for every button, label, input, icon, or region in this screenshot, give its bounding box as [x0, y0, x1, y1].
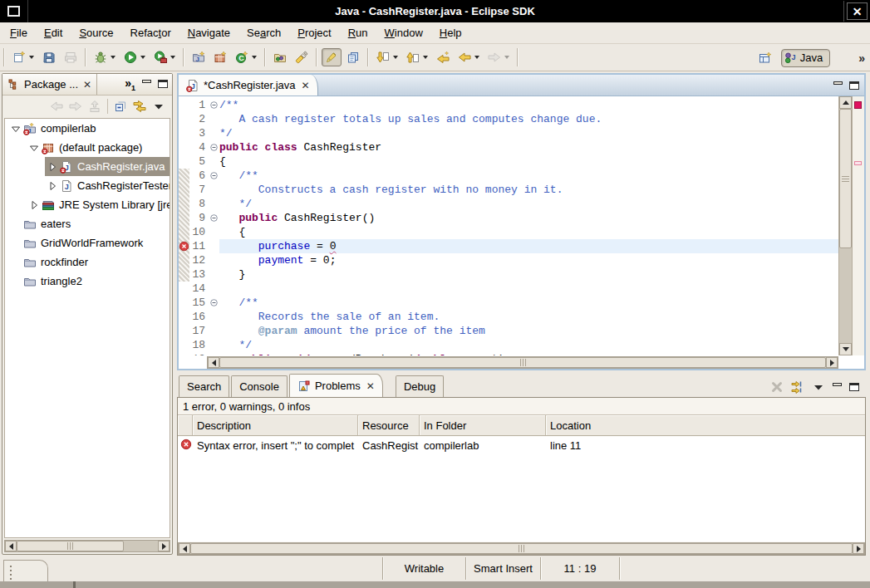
expander-closed-icon[interactable]	[45, 161, 60, 173]
back-button[interactable]	[455, 48, 483, 66]
collapse-all-button[interactable]	[114, 100, 127, 113]
tree-item-compilerlab[interactable]: Jcompilerlab	[5, 119, 170, 138]
code-text[interactable]: {	[219, 225, 838, 239]
minimize-editor-button[interactable]	[833, 81, 843, 85]
code-line-9[interactable]: 9 public CashRegister()	[179, 211, 838, 225]
dropdown-arrow-icon[interactable]	[252, 56, 257, 59]
editor-vscrollbar[interactable]	[838, 96, 853, 355]
menu-source[interactable]: Source	[71, 24, 121, 42]
fast-view-bar[interactable]	[3, 560, 48, 581]
menu-refactor[interactable]: Refactor	[122, 24, 179, 42]
code-text[interactable]	[219, 282, 838, 296]
code-text[interactable]: */	[219, 197, 838, 211]
maximize-view-button[interactable]	[158, 80, 168, 88]
dropdown-arrow-icon[interactable]	[29, 56, 34, 59]
new-class-button[interactable]: C	[232, 48, 260, 66]
code-text[interactable]: {	[219, 154, 838, 169]
fold-collapse-icon[interactable]	[208, 352, 219, 355]
code-text[interactable]: A cash register totals up sales and comp…	[219, 112, 838, 126]
print-button[interactable]	[61, 48, 81, 66]
open-type-button[interactable]	[270, 48, 290, 66]
code-line-2[interactable]: 2 A cash register totals up sales and co…	[179, 112, 838, 126]
maximize-editor-button[interactable]	[849, 81, 859, 90]
view-menu-button[interactable]	[152, 100, 165, 113]
java-perspective-button[interactable]: J Java	[781, 49, 830, 67]
code-line-14[interactable]: 14	[179, 282, 838, 296]
next-edit-location-button[interactable]	[403, 48, 431, 66]
code-text[interactable]: Constructs a cash register with no money…	[219, 183, 838, 197]
delete-button[interactable]	[770, 380, 784, 394]
tree-item-rockfinder[interactable]: rockfinder	[5, 252, 170, 272]
code-text[interactable]: purchase = 0	[219, 239, 838, 253]
problem-row[interactable]: Syntax error, insert ";" to completCashR…	[178, 437, 865, 454]
expander-closed-icon[interactable]	[45, 180, 60, 192]
package-explorer-close-icon[interactable]: ✕	[83, 79, 91, 91]
tree-item--default-package-[interactable]: (default package)	[5, 138, 170, 157]
code-line-12[interactable]: 12 payment = 0;	[179, 253, 838, 267]
tree-item-cashregistertester-j[interactable]: JCashRegisterTester.j	[5, 176, 170, 195]
code-line-19[interactable]: 19 public void recordPurchase(double amo…	[179, 352, 838, 355]
code-line-3[interactable]: 3*/	[179, 126, 838, 140]
error-annotation-icon[interactable]	[179, 239, 189, 253]
code-text[interactable]: public CashRegister()	[219, 211, 838, 225]
tab-close-icon[interactable]: ✕	[366, 380, 375, 392]
nav-forward-button[interactable]	[69, 100, 82, 113]
package-explorer-tab[interactable]: Package ... ✕	[2, 74, 97, 95]
fold-collapse-icon[interactable]	[208, 169, 219, 183]
code-line-11[interactable]: 11 purchase = 0	[179, 239, 838, 253]
menu-window[interactable]: Window	[376, 24, 431, 42]
dropdown-arrow-icon[interactable]	[170, 56, 175, 59]
dropdown-arrow-icon[interactable]	[504, 56, 509, 59]
code-line-7[interactable]: 7 Constructs a cash register with no mon…	[179, 183, 838, 197]
vscroll-thumb[interactable]	[839, 109, 852, 248]
menu-search[interactable]: Search	[238, 24, 289, 42]
code-line-5[interactable]: 5{	[179, 154, 838, 169]
menu-edit[interactable]: Edit	[36, 24, 71, 42]
menu-navigate[interactable]: Navigate	[179, 24, 238, 42]
minimize-panel-button[interactable]	[833, 383, 842, 386]
scroll-left-arrow[interactable]	[208, 357, 219, 368]
show-occurrences-button[interactable]	[343, 48, 363, 66]
window-close-button[interactable]: ✕	[847, 2, 868, 20]
run-button[interactable]	[120, 48, 149, 66]
code-line-16[interactable]: 16 Records the sale of an item.	[179, 310, 838, 324]
minimize-view-button[interactable]	[142, 80, 151, 83]
code-line-4[interactable]: 4public class CashRegister	[179, 140, 838, 154]
code-line-17[interactable]: 17 @param amount the price of the item	[179, 324, 838, 338]
column-header-description[interactable]: Description	[193, 415, 358, 435]
code-text[interactable]: public void recordPurchase(double amount…	[219, 352, 838, 355]
scroll-right-arrow[interactable]	[853, 543, 864, 554]
scroll-up-arrow[interactable]	[839, 96, 852, 109]
dropdown-arrow-icon[interactable]	[393, 56, 398, 59]
code-text[interactable]: public class CashRegister	[219, 140, 838, 154]
open-perspective-button[interactable]	[755, 49, 775, 67]
editor-tab-close-icon[interactable]: ✕	[302, 80, 310, 91]
code-text[interactable]: payment = 0;	[219, 253, 838, 267]
last-edit-location-button[interactable]	[373, 48, 401, 66]
nav-back-button[interactable]	[50, 100, 63, 113]
problems-hscrollbar[interactable]	[178, 542, 865, 555]
code-area[interactable]: 1/**2 A cash register totals up sales an…	[179, 96, 838, 355]
link-editor-button[interactable]	[133, 100, 146, 113]
overview-error-summary-marker[interactable]	[854, 101, 862, 109]
code-line-1[interactable]: 1/**	[179, 98, 838, 112]
code-line-18[interactable]: 18 */	[179, 338, 838, 352]
code-line-10[interactable]: 10 {	[179, 225, 838, 239]
expander-open-icon[interactable]	[8, 123, 23, 135]
code-text[interactable]: @param amount the price of the item	[219, 324, 838, 338]
tree-item-gridworldframework[interactable]: GridWorldFramework	[5, 233, 170, 252]
code-text[interactable]: */	[219, 126, 838, 140]
dropdown-arrow-icon[interactable]	[140, 56, 145, 59]
code-text[interactable]: Records the sale of an item.	[219, 310, 838, 324]
nav-up-button[interactable]	[88, 100, 101, 113]
package-explorer-tree[interactable]: Jcompilerlab(default package)JCashRegist…	[4, 118, 170, 538]
menu-project[interactable]: Project	[289, 24, 339, 42]
dropdown-arrow-icon[interactable]	[474, 56, 479, 59]
code-line-13[interactable]: 13 }	[179, 267, 838, 282]
fold-collapse-icon[interactable]	[208, 140, 219, 154]
toolbar-overflow-chevron[interactable]: »	[858, 51, 865, 65]
column-header-location[interactable]: Location	[546, 415, 865, 435]
fold-collapse-icon[interactable]	[208, 98, 219, 112]
mark-occurrences-button[interactable]	[322, 48, 342, 66]
explorer-hscrollbar[interactable]	[4, 540, 170, 552]
